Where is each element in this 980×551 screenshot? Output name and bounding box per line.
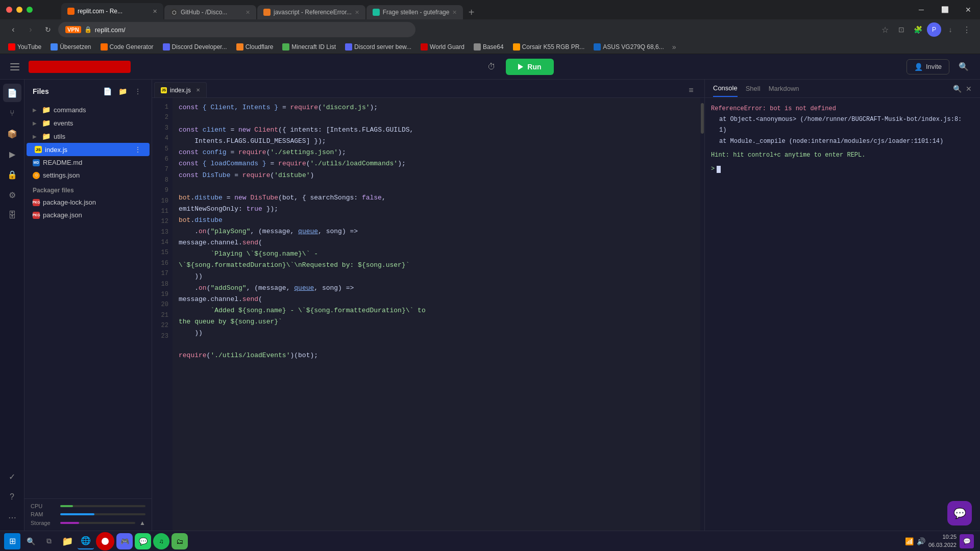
code-line-8 [179,181,694,192]
address-text[interactable]: replit.com/ [95,26,408,34]
history-btn[interactable]: ⏱ [483,59,500,75]
bookmark-cloudflare[interactable]: Cloudflare [232,42,278,52]
taskbar-app-logo[interactable] [96,532,114,550]
taskbar-task-view[interactable]: ⧉ [41,533,57,549]
bookmark-codegen[interactable]: Code Generator [96,42,158,52]
tab-console[interactable]: Console [713,80,738,97]
screen-share-icon[interactable]: ⊡ [894,22,909,37]
taskbar-notification-btn[interactable]: 💬 [960,534,974,548]
bookmark-translate[interactable]: Übersetzen [46,42,95,52]
profile-icon[interactable]: P [927,22,941,37]
file-package-json[interactable]: PKG package.json [24,209,152,221]
bookmark-discord[interactable]: Discord Developer... [159,42,231,52]
tab-gutefrage[interactable]: Frage stellen - gutefrage ✕ [366,5,463,19]
file-settings[interactable]: ⚙ settings.json [24,169,152,182]
collapse-btn[interactable]: ▲ [139,519,145,527]
console-search-icon[interactable]: 🔍 [953,85,962,93]
tab-close-so[interactable]: ✕ [355,9,359,16]
bookmark-star-icon[interactable]: ☆ [878,22,892,37]
folder-utils[interactable]: ▶ 📁 utils [24,130,152,143]
sidebar-icon-secrets[interactable]: ▶ [3,145,21,163]
tab-markdown[interactable]: Markdown [769,81,799,96]
address-bar[interactable]: VPN 🔒 replit.com/ [58,22,415,37]
invite-btn[interactable]: 👤 Invite [906,59,949,74]
code-line-23: require('./utils/loadEvents')(bot); [179,350,694,361]
taskbar-app-chrome[interactable]: 🌐 [78,533,94,549]
bookmark-base64[interactable]: Base64 [470,42,508,52]
editor-tab-close[interactable]: ✕ [196,87,200,93]
tab-close-gutefrage[interactable]: ✕ [452,9,457,16]
tab-shell[interactable]: Shell [746,81,761,96]
taskbar-app-discord[interactable]: 🎮 [116,533,133,549]
win-minimize[interactable]: ─ [910,0,933,19]
max-btn[interactable] [27,7,33,13]
sidebar-icon-more[interactable]: ⋯ [3,508,21,527]
new-tab-btn[interactable]: + [464,5,478,19]
sidebar-icon-help[interactable]: ? [3,488,21,506]
bookmark-corsair-label: Corsair K55 RGB PR... [522,43,585,51]
file-readme[interactable]: MD README.md [24,156,152,169]
editor-scrollbar[interactable] [700,98,704,531]
back-btn[interactable]: ‹ [6,22,20,37]
taskbar-right: 📶 🔊 10:25 06.03.2022 💬 [905,533,976,549]
tab-close-github[interactable]: ✕ [246,9,250,16]
pkg-badge-lock: PKG [33,199,40,206]
file-options-icon[interactable]: ⋮ [134,145,141,154]
taskbar-app-layered[interactable]: 🗂 [172,533,188,549]
folder-commands[interactable]: ▶ 📁 commands [24,103,152,116]
bookmark-minecraft[interactable]: Minecraft ID List [278,42,340,52]
taskbar-network-icon[interactable]: 📶 [905,537,914,545]
sidebar-icon-git[interactable]: ⑂ [3,104,21,122]
taskbar-app-spotify[interactable]: ♫ [153,533,169,549]
taskbar-search[interactable]: 🔍 [22,533,39,549]
win-close-main[interactable]: ✕ [957,0,980,19]
code-line-21: )) [179,328,694,339]
line-num-18: 18 [152,279,173,289]
search-btn-top[interactable]: 🔍 [955,59,972,75]
download-icon[interactable]: ↓ [943,22,958,37]
tab-so[interactable]: javascript - ReferenceError... ✕ [257,5,365,19]
new-file-icon[interactable]: 📄 [102,86,113,97]
more-options-icon[interactable]: ⋮ [132,86,143,97]
taskbar-volume-icon[interactable]: 🔊 [917,537,925,545]
start-button[interactable]: ⊞ [4,533,20,549]
editor-tab-index[interactable]: JS index.js ✕ [154,82,207,97]
run-button[interactable]: Run [506,59,553,75]
chat-widget[interactable]: 💬 [947,501,972,525]
console-body[interactable]: ReferenceError: bot is not defined at Ob… [705,98,980,531]
sidebar-icon-db[interactable]: ⚙ [3,186,21,204]
sidebar-icon-settings[interactable]: 🔒 [3,165,21,184]
win-restore[interactable]: ⬜ [933,0,957,19]
hamburger-menu[interactable] [8,60,22,74]
code-line-15: \`${song.formattedDuration}\`\nRequested… [179,260,694,271]
file-index-js[interactable]: JS index.js ⋮ [27,143,150,156]
code-content[interactable]: const { Client, Intents } = require('dis… [173,98,700,531]
new-folder-icon[interactable]: 📁 [117,86,128,97]
chevron-right-icon-events: ▶ [33,120,39,126]
refresh-btn[interactable]: ↻ [41,22,55,37]
sidebar-icon-packages[interactable]: 📦 [3,124,21,143]
console-toggle-icon[interactable]: ≡ [684,83,698,97]
tab-github[interactable]: ⬡ GitHub - /Disco... ✕ [164,5,256,19]
tab-close-replit[interactable]: ✕ [153,8,157,15]
folder-events[interactable]: ▶ 📁 events [24,116,152,130]
bookmark-asus[interactable]: ASUS VG279Q 68,6... [590,42,668,52]
extension-icon[interactable]: 🧩 [911,22,925,37]
taskbar-file-explorer[interactable]: 📁 [59,533,76,549]
close-btn[interactable] [6,7,12,13]
sidebar-icon-files[interactable]: 📄 [3,84,21,102]
tab-replit[interactable]: replit.com - Re... ✕ [61,3,163,19]
bookmark-discord-server[interactable]: Discord server bew... [341,42,415,52]
file-package-lock[interactable]: PKG package-lock.json [24,196,152,209]
browser-menu-icon[interactable]: ⋮ [960,22,974,37]
sidebar-icon-check[interactable]: 🗄 [3,206,21,224]
bookmark-corsair[interactable]: Corsair K55 RGB PR... [509,42,589,52]
forward-btn[interactable]: › [23,22,38,37]
sidebar-icon-check-bottom[interactable]: ✓ [3,467,21,486]
taskbar-app-whatsapp[interactable]: 💬 [135,533,151,549]
min-btn[interactable] [16,7,22,13]
bookmark-youtube[interactable]: YouTube [4,42,45,52]
console-close-icon[interactable]: ✕ [966,85,972,93]
bookmark-worldguard[interactable]: World Guard [416,42,469,52]
bookmarks-more[interactable]: » [669,42,679,52]
